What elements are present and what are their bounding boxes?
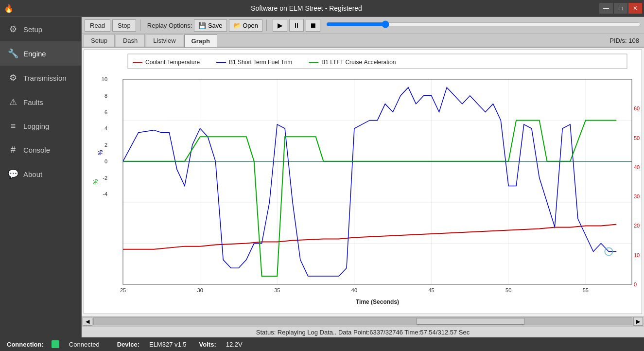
sidebar-item-faults[interactable]: ⚠ Faults (0, 90, 81, 114)
graph-container (82, 48, 644, 316)
title-bar: 🔥 Software on ELM Street - Registered — … (0, 0, 644, 17)
tab-graph[interactable]: Graph (184, 35, 217, 47)
graph-wrapper (84, 50, 642, 314)
connection-status: Connected (69, 341, 100, 348)
tab-setup[interactable]: Setup (84, 34, 115, 47)
toolbar-separator-2 (266, 19, 267, 31)
toolbar: Read Stop Replay Options: 💾 Save 📂 Open … (82, 17, 644, 34)
tab-listview[interactable]: Listview (146, 34, 183, 47)
transmission-icon: ⚙ (8, 72, 18, 83)
sidebar-item-transmission[interactable]: ⚙ Transmission (0, 66, 81, 90)
logging-icon: ≡ (8, 121, 18, 131)
sidebar-label-about: About (23, 170, 42, 178)
maximize-button[interactable]: □ (614, 3, 627, 14)
status-text: Status: Replaying Log Data.. Data Point:… (256, 329, 470, 336)
replay-label: Replay Options: (147, 22, 192, 29)
scroll-right-button[interactable]: ▶ (633, 317, 643, 326)
status-bar: Status: Replaying Log Data.. Data Point:… (82, 327, 644, 337)
device-label: Device: (117, 341, 139, 348)
sidebar-item-engine[interactable]: 🔧 Engine (0, 41, 81, 66)
scroll-bar-area: ◀ ▶ (82, 316, 644, 327)
stop-playback-button[interactable]: ⏹ (306, 19, 320, 32)
volts-label: Volts: (199, 341, 216, 348)
sidebar-label-console: Console (23, 146, 50, 154)
playback-controls: ▶ ⏸ ⏹ (273, 19, 320, 32)
connection-led (52, 340, 59, 348)
toolbar-separator-1 (140, 19, 140, 31)
volts-value: 12.2V (226, 341, 243, 348)
read-button[interactable]: Read (85, 19, 110, 32)
app-icon: 🔥 (0, 4, 14, 13)
bottom-bar: Connection: Connected Device: ELM327 v1.… (0, 337, 644, 351)
main-container: ⚙ Setup 🔧 Engine ⚙ Transmission ⚠ Faults… (0, 17, 644, 337)
sidebar-label-transmission: Transmission (23, 74, 67, 82)
sidebar-item-setup[interactable]: ⚙ Setup (0, 17, 81, 41)
replay-slider[interactable] (326, 20, 641, 28)
scroll-thumb[interactable] (417, 318, 524, 325)
close-button[interactable]: ✕ (628, 3, 642, 14)
about-icon: 💬 (8, 169, 18, 179)
content-area: Read Stop Replay Options: 💾 Save 📂 Open … (82, 17, 644, 337)
connection-label: Connection: (7, 341, 44, 348)
window-title: Software on ELM Street - Registered (14, 4, 599, 12)
sidebar-label-setup: Setup (23, 25, 42, 34)
sidebar-label-engine: Engine (23, 50, 46, 58)
sidebar-item-console[interactable]: # Console (0, 138, 81, 162)
replay-slider-container (326, 20, 641, 30)
sidebar-label-logging: Logging (23, 122, 49, 130)
faults-icon: ⚠ (8, 97, 18, 107)
stop-button[interactable]: Stop (112, 19, 136, 32)
sidebar-item-logging[interactable]: ≡ Logging (0, 114, 81, 138)
minimize-button[interactable]: — (599, 3, 613, 14)
open-button[interactable]: 📂 Open (229, 19, 262, 32)
tab-bar: Setup Dash Listview Graph PID/s: 108 (82, 34, 644, 48)
save-button[interactable]: 💾 Save (194, 19, 226, 32)
pause-button[interactable]: ⏸ (289, 19, 304, 32)
tab-dash[interactable]: Dash (116, 34, 145, 47)
pid-display: PID/s: 108 (609, 37, 639, 44)
graph-canvas (84, 50, 642, 314)
scroll-track[interactable] (93, 317, 632, 325)
gear-icon: ⚙ (8, 24, 18, 35)
play-button[interactable]: ▶ (273, 19, 287, 32)
scroll-left-button[interactable]: ◀ (83, 317, 92, 326)
sidebar-item-about[interactable]: 💬 About (0, 162, 81, 186)
sidebar-label-faults: Faults (23, 98, 43, 106)
sidebar: ⚙ Setup 🔧 Engine ⚙ Transmission ⚠ Faults… (0, 17, 82, 337)
console-icon: # (8, 145, 18, 155)
device-value: ELM327 v1.5 (149, 341, 187, 348)
engine-icon: 🔧 (8, 48, 18, 59)
